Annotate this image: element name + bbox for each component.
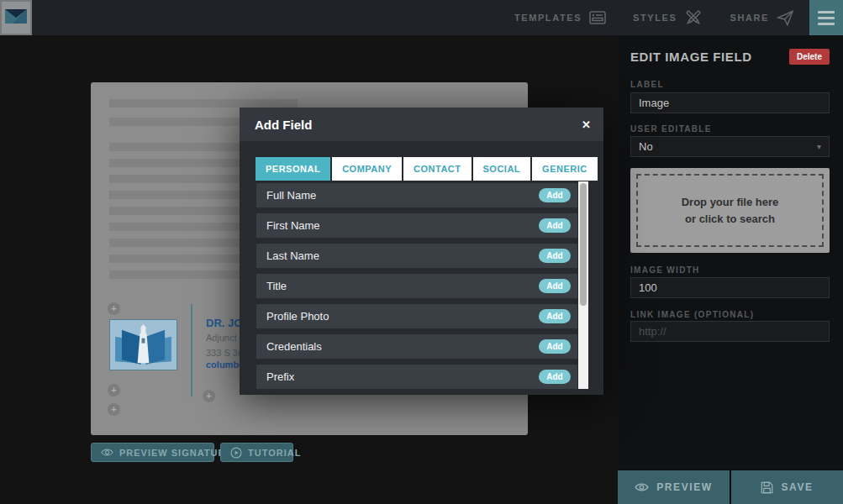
add-field-plus-button[interactable]: + bbox=[108, 403, 120, 416]
field-label: Credentials bbox=[266, 340, 539, 353]
field-row: Profile Photo Add bbox=[256, 304, 577, 328]
templates-icon bbox=[589, 11, 606, 24]
field-row: Last Name Add bbox=[256, 244, 577, 268]
panel-footer: PREVIEW SAVE bbox=[618, 469, 843, 504]
add-button[interactable]: Add bbox=[539, 249, 571, 263]
dropzone-line1: Drop your file here bbox=[682, 196, 779, 208]
signature-website-link[interactable]: columbu bbox=[206, 360, 245, 370]
tab-personal[interactable]: PERSONAL bbox=[256, 157, 330, 181]
field-row: Prefix Add bbox=[256, 365, 577, 389]
modal-tabs: PERSONAL COMPANY CONTACT SOCIAL GENERIC bbox=[256, 157, 598, 181]
envelope-icon bbox=[5, 9, 27, 27]
tab-company[interactable]: COMPANY bbox=[332, 157, 402, 181]
close-icon[interactable]: ✕ bbox=[582, 118, 591, 131]
save-button[interactable]: SAVE bbox=[731, 470, 843, 504]
hamburger-menu-icon bbox=[818, 11, 835, 13]
preview-label: PREVIEW bbox=[656, 481, 713, 493]
lighthouse-book-logo bbox=[110, 320, 177, 370]
templates-label: TEMPLATES bbox=[514, 13, 582, 23]
link-image-input[interactable] bbox=[630, 321, 830, 342]
link-image-label: LINK IMAGE (OPTIONAL) bbox=[630, 310, 754, 319]
file-dropzone[interactable]: Drop your file here or click to search bbox=[630, 168, 830, 253]
add-button[interactable]: Add bbox=[539, 188, 571, 202]
preview-button[interactable]: PREVIEW bbox=[618, 470, 730, 504]
signature-image-field[interactable] bbox=[109, 319, 177, 370]
field-label: Prefix bbox=[266, 370, 539, 383]
share-label: SHARE bbox=[730, 13, 769, 23]
styles-label: STYLES bbox=[633, 13, 677, 23]
field-label: First Name bbox=[266, 219, 539, 232]
field-label: Profile Photo bbox=[266, 310, 539, 323]
tab-contact[interactable]: CONTACT bbox=[403, 157, 471, 181]
save-floppy-icon bbox=[761, 481, 773, 494]
styles-icon bbox=[684, 8, 703, 27]
add-button[interactable]: Add bbox=[539, 370, 571, 384]
add-button[interactable]: Add bbox=[539, 339, 571, 354]
app-logo[interactable] bbox=[0, 0, 32, 35]
field-row: Title Add bbox=[256, 274, 577, 298]
add-field-modal: Add Field ✕ PERSONAL COMPANY CONTACT SOC… bbox=[240, 108, 603, 395]
add-field-plus-button[interactable]: + bbox=[108, 302, 120, 315]
label-input[interactable] bbox=[630, 92, 830, 113]
dropzone-dashed-area: Drop your file here or click to search bbox=[636, 174, 824, 247]
tab-generic[interactable]: GENERIC bbox=[532, 157, 598, 181]
add-button[interactable]: Add bbox=[539, 218, 571, 233]
tab-social[interactable]: SOCIAL bbox=[473, 157, 531, 181]
modal-scrollbar-track[interactable] bbox=[578, 181, 588, 389]
field-row: First Name Add bbox=[256, 213, 577, 238]
tutorial-button[interactable]: TUTORIAL bbox=[220, 443, 293, 462]
edit-image-field-panel: EDIT IMAGE FIELD Delete LABEL USER EDITA… bbox=[618, 35, 843, 504]
chevron-down-icon: ▾ bbox=[817, 142, 821, 151]
add-button[interactable]: Add bbox=[539, 279, 571, 293]
play-icon bbox=[230, 447, 242, 459]
share-send-icon bbox=[777, 9, 794, 27]
templates-button[interactable]: TEMPLATES bbox=[514, 11, 606, 24]
field-label: Full Name bbox=[266, 189, 539, 202]
add-field-plus-button[interactable]: + bbox=[108, 384, 120, 396]
preview-signature-label: PREVIEW SIGNATURE bbox=[119, 448, 233, 458]
panel-header: EDIT IMAGE FIELD Delete bbox=[630, 49, 830, 65]
signature-name-text: DR. JO bbox=[206, 317, 242, 329]
label-field-label: LABEL bbox=[630, 80, 664, 89]
save-label: SAVE bbox=[781, 481, 813, 493]
modal-header: Add Field ✕ bbox=[240, 108, 603, 141]
signature-divider bbox=[191, 304, 192, 396]
styles-button[interactable]: STYLES bbox=[633, 8, 703, 27]
top-nav: TEMPLATES STYLES bbox=[514, 0, 794, 35]
tutorial-label: TUTORIAL bbox=[248, 448, 301, 458]
field-label: Last Name bbox=[266, 249, 539, 262]
share-button[interactable]: SHARE bbox=[730, 9, 794, 27]
add-field-plus-button[interactable]: + bbox=[203, 390, 215, 402]
field-label: Title bbox=[266, 280, 539, 292]
modal-title: Add Field bbox=[255, 118, 582, 132]
dropzone-line2: or click to search bbox=[685, 213, 775, 225]
user-editable-value: No bbox=[639, 140, 653, 153]
eye-icon bbox=[635, 482, 649, 492]
user-editable-label: USER EDITABLE bbox=[630, 124, 712, 134]
image-width-input[interactable] bbox=[630, 277, 830, 298]
hamburger-menu-button[interactable] bbox=[809, 0, 843, 35]
signature-editor-app: TEMPLATES STYLES bbox=[0, 0, 843, 504]
eye-icon bbox=[101, 448, 113, 457]
preview-signature-button[interactable]: PREVIEW SIGNATURE bbox=[91, 443, 214, 462]
user-editable-dropdown[interactable]: No ▾ bbox=[630, 136, 830, 157]
field-list: Full Name Add First Name Add Last Name A… bbox=[256, 183, 577, 389]
top-bar: TEMPLATES STYLES bbox=[0, 0, 843, 35]
modal-scrollbar-thumb[interactable] bbox=[580, 183, 587, 306]
field-row: Full Name Add bbox=[256, 183, 577, 207]
add-button[interactable]: Add bbox=[539, 309, 571, 323]
field-row: Credentials Add bbox=[256, 334, 577, 359]
image-width-label: IMAGE WIDTH bbox=[630, 265, 700, 275]
panel-title: EDIT IMAGE FIELD bbox=[630, 50, 789, 64]
delete-button[interactable]: Delete bbox=[789, 49, 830, 65]
